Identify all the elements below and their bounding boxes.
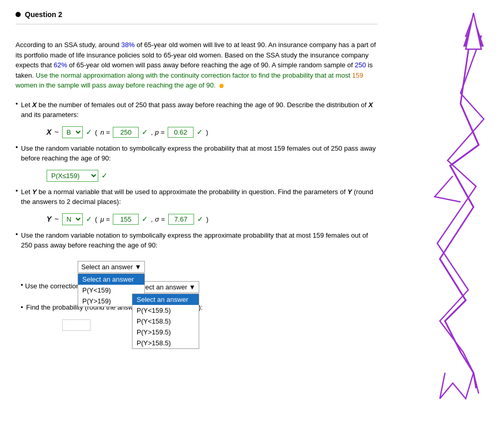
find-prob-section: • Find the probability (round the answer… bbox=[21, 303, 378, 331]
bullet-dot-6: • bbox=[21, 303, 23, 311]
bullet-dot-3: • bbox=[16, 187, 18, 207]
right-panel bbox=[393, 0, 504, 341]
prob-answer-input[interactable] bbox=[62, 319, 91, 331]
dropdown2-chevron: ▼ bbox=[189, 283, 196, 291]
dropdown1-selected-label: Select an answer bbox=[81, 263, 133, 271]
paren-close-x: ) bbox=[206, 128, 208, 136]
formula-row-y: Y ~ N B ✓ ( μ = ✓ , σ = ✓ ) bbox=[47, 213, 378, 225]
paren-open-y: ( bbox=[95, 215, 97, 223]
use-correction-row: • Use the correction for continuity: Sel… bbox=[21, 279, 378, 293]
decorative-svg bbox=[393, 0, 504, 438]
bullet-dot-4: • bbox=[16, 230, 18, 251]
var-y: Y bbox=[47, 215, 51, 223]
check-n: ✓ bbox=[142, 128, 148, 136]
bullet-1: • Let X be the number of females out of … bbox=[16, 100, 378, 120]
formula-row-x: X ~ B N ✓ ( n = ✓ , p = ✓ ) bbox=[47, 126, 378, 138]
bullet-4-text: Use the random variable notation to symb… bbox=[21, 230, 378, 251]
dropdown1-option-select-answer[interactable]: Select an answer bbox=[78, 274, 144, 285]
bullet-2: • Use the random variable notation to sy… bbox=[16, 143, 378, 164]
text-159: 159 bbox=[352, 71, 363, 79]
dist-x-select[interactable]: B N bbox=[62, 126, 83, 138]
dropdown2-list: Select an answer P(Y<159.5) P(Y<158.5) P… bbox=[132, 294, 199, 349]
text-62pct: 62% bbox=[54, 61, 67, 69]
dropdown2-option-py-gt-1595[interactable]: P(Y>159.5) bbox=[132, 327, 199, 338]
question-header: Question 2 bbox=[16, 10, 378, 24]
question-title: Question 2 bbox=[25, 10, 62, 19]
question-dot bbox=[16, 12, 21, 17]
text-38pct: 38% bbox=[121, 41, 135, 49]
check-x-dist: ✓ bbox=[86, 128, 92, 136]
param-p-label: , p = bbox=[151, 128, 165, 136]
bullet-4: • Use the random variable notation to sy… bbox=[16, 230, 378, 251]
check-p: ✓ bbox=[197, 128, 203, 136]
bullet-dot-2: • bbox=[16, 143, 18, 164]
param-sigma-input[interactable] bbox=[168, 214, 194, 225]
bullet-3-text: Let Y be a normal variable that will be … bbox=[21, 187, 378, 207]
param-n-label: n = bbox=[100, 128, 110, 136]
text-250: 250 bbox=[354, 61, 366, 69]
dropdown1-open[interactable]: Select an answer ▼ Select an answer P(Y<… bbox=[78, 261, 145, 273]
check-prob-x: ✓ bbox=[101, 171, 108, 180]
prob-expression-row: P(X≤159) P(X<159) P(X>159) ✓ bbox=[47, 170, 378, 182]
dropdown1-wrapper: Select an answer ▼ Select an answer P(Y<… bbox=[47, 257, 378, 273]
dropdown2-option-py-lt-1585[interactable]: P(Y<158.5) bbox=[132, 316, 199, 327]
param-mu-input[interactable] bbox=[113, 214, 139, 225]
bullet-1-text: Let X be the number of females out of 25… bbox=[21, 100, 378, 120]
paren-open-x: ( bbox=[95, 128, 97, 136]
dist-y-select[interactable]: N B bbox=[62, 213, 83, 225]
dropdown1-header[interactable]: Select an answer ▼ bbox=[78, 261, 145, 273]
bullet-dot-5: • bbox=[21, 281, 23, 289]
check-sigma: ✓ bbox=[197, 215, 203, 223]
param-sigma-label: , σ = bbox=[151, 215, 165, 223]
orange-dot-indicator bbox=[219, 84, 224, 88]
dropdown2-option-py-lt-1595[interactable]: P(Y<159.5) bbox=[132, 305, 199, 316]
tilde-x: ~ bbox=[54, 128, 58, 136]
param-p-input[interactable] bbox=[168, 127, 194, 138]
param-n-input[interactable] bbox=[113, 127, 139, 138]
var-x: X bbox=[47, 128, 51, 136]
param-mu-label: μ = bbox=[100, 215, 110, 223]
prob-x-select[interactable]: P(X≤159) P(X<159) P(X>159) bbox=[47, 170, 98, 182]
tilde-y: ~ bbox=[54, 215, 58, 223]
question-body: According to an SSA study, around 38% of… bbox=[16, 40, 378, 91]
dropdown1-chevron: ▼ bbox=[135, 263, 141, 271]
bullet-dot-1: • bbox=[16, 100, 18, 120]
bullet-3: • Let Y be a normal variable that will b… bbox=[16, 187, 378, 207]
text-normal-approx: Use the normal approximation along with … bbox=[16, 71, 363, 90]
paren-close-y: ) bbox=[206, 215, 209, 223]
bullet-2-text: Use the random variable notation to symb… bbox=[21, 143, 378, 164]
check-y-dist: ✓ bbox=[86, 215, 92, 223]
dropdown2-option-py-gt-1585[interactable]: P(Y>158.5) bbox=[132, 338, 199, 348]
dropdown2-option-select-answer[interactable]: Select an answer bbox=[132, 294, 199, 305]
check-mu: ✓ bbox=[142, 215, 148, 223]
